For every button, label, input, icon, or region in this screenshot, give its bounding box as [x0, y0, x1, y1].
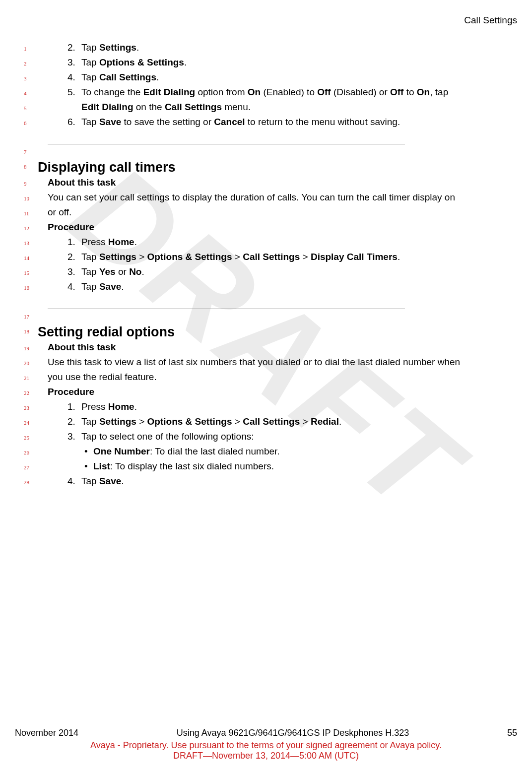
bullet-text: List: To display the last six dialed num…	[93, 459, 517, 473]
line-number: 21	[24, 370, 38, 385]
procedure-step: 4.Tap Save.	[38, 280, 517, 294]
line-row: 20Use this task to view a list of last s…	[24, 355, 517, 370]
line-number: 15	[24, 265, 38, 280]
line-number: 27	[24, 459, 38, 474]
subsection-heading: About this task	[38, 176, 517, 190]
procedure-step: 3.Tap Options & Settings.	[38, 56, 517, 69]
line-number: 28	[24, 474, 38, 489]
line-row: 153.Tap Yes or No.	[24, 265, 517, 280]
step-number: 6.	[67, 115, 81, 129]
line-number: 11	[24, 205, 38, 220]
step-text: Tap to select one of the following optio…	[81, 430, 517, 444]
line-row: 242.Tap Settings > Options & Settings > …	[24, 415, 517, 430]
line-row: 8Displaying call timers	[24, 159, 517, 176]
bullet-marker: •	[84, 459, 93, 473]
line-number: 7	[24, 144, 38, 159]
line-number: 23	[24, 400, 38, 415]
step-number: 3.	[67, 265, 81, 279]
step-text: Press Home.	[81, 235, 517, 249]
line-number: 20	[24, 355, 38, 370]
bullet-item: •One Number: To dial the last dialed num…	[38, 445, 517, 458]
step-text: Press Home.	[81, 400, 517, 414]
line-row: 7	[24, 144, 517, 159]
step-number: 2.	[67, 415, 81, 429]
line-number: 19	[24, 340, 38, 355]
line-row: 131.Press Home.	[24, 235, 517, 250]
line-row: 26•One Number: To dial the last dialed n…	[24, 445, 517, 459]
section-heading: Displaying call timers	[38, 159, 517, 176]
line-number: 26	[24, 445, 38, 459]
line-row: 19About this task	[24, 340, 517, 355]
procedure-step: 5.To change the Edit Dialing option from…	[38, 85, 517, 99]
procedure-step: 1.Press Home.	[38, 400, 517, 414]
line-row: 142.Tap Settings > Options & Settings > …	[24, 250, 517, 265]
page-footer: November 2014 Using Avaya 9621G/9641G/96…	[15, 728, 517, 761]
line-number: 9	[24, 176, 38, 191]
footer-title: Using Avaya 9621G/9641G/9641GS IP Deskph…	[177, 728, 409, 738]
line-row: 21you use the redial feature.	[24, 370, 517, 385]
step-text: Tap Call Settings.	[81, 70, 517, 84]
step-text: To change the Edit Dialing option from O…	[81, 85, 517, 99]
line-number: 14	[24, 250, 38, 265]
line-number: 8	[24, 159, 38, 174]
step-number: 1.	[67, 235, 81, 249]
paragraph-line: you use the redial feature.	[38, 370, 517, 384]
line-row: 253.Tap to select one of the following o…	[24, 430, 517, 445]
line-row: 9About this task	[24, 176, 517, 191]
bullet-marker: •	[84, 445, 93, 458]
line-row: 34.Tap Call Settings.	[24, 70, 517, 85]
paragraph-line: Use this task to view a list of last six…	[38, 355, 517, 369]
line-number: 6	[24, 115, 38, 130]
document-page: DRAFT Call Settings 12.Tap Settings.23.T…	[0, 0, 532, 772]
bullet-text: One Number: To dial the last dialed numb…	[93, 445, 517, 458]
line-number: 5	[24, 100, 38, 115]
line-number: 16	[24, 280, 38, 295]
procedure-step: 6.Tap Save to save the setting or Cancel…	[38, 115, 517, 129]
procedure-step: 1.Press Home.	[38, 235, 517, 249]
line-number: 10	[24, 191, 38, 205]
subsection-heading: Procedure	[38, 220, 517, 234]
line-row: 45.To change the Edit Dialing option fro…	[24, 85, 517, 100]
procedure-step: 3.Tap Yes or No.	[38, 265, 517, 279]
step-number: 4.	[67, 474, 81, 488]
footer-proprietary: Avaya - Proprietary. Use pursuant to the…	[15, 740, 517, 751]
footer-date: November 2014	[15, 728, 78, 738]
procedure-step: 4.Tap Call Settings.	[38, 70, 517, 84]
procedure-step: 2.Tap Settings.	[38, 41, 517, 55]
step-text: Tap Options & Settings.	[81, 56, 517, 69]
line-row: 12Procedure	[24, 220, 517, 235]
line-number: 25	[24, 430, 38, 445]
bullet-item: •List: To display the last six dialed nu…	[38, 459, 517, 473]
procedure-step: 2.Tap Settings > Options & Settings > Ca…	[38, 415, 517, 429]
line-row: 17	[24, 309, 517, 323]
line-row: 231.Press Home.	[24, 400, 517, 415]
line-row: 23.Tap Options & Settings.	[24, 56, 517, 70]
page-header: Call Settings	[15, 15, 517, 26]
line-row: 27•List: To display the last six dialed …	[24, 459, 517, 474]
procedure-step: 4.Tap Save.	[38, 474, 517, 488]
line-row: 18Setting redial options	[24, 323, 517, 340]
section-separator	[48, 144, 405, 144]
line-number: 13	[24, 235, 38, 250]
step-text: Tap Save to save the setting or Cancel t…	[81, 115, 517, 129]
step-text: Tap Settings.	[81, 41, 517, 55]
footer-page: 55	[507, 728, 517, 738]
line-row: 66.Tap Save to save the setting or Cance…	[24, 115, 517, 130]
paragraph-line: or off.	[38, 205, 517, 219]
line-number: 4	[24, 85, 38, 100]
line-row: 164.Tap Save.	[24, 280, 517, 295]
line-number: 12	[24, 220, 38, 235]
procedure-step-cont: Edit Dialing on the Call Settings menu.	[38, 100, 517, 114]
line-row: 22Procedure	[24, 385, 517, 400]
line-row: 5Edit Dialing on the Call Settings menu.	[24, 100, 517, 115]
step-number: 4.	[67, 280, 81, 294]
step-text: Tap Yes or No.	[81, 265, 517, 279]
step-number: 2.	[67, 250, 81, 264]
line-number: 18	[24, 323, 38, 338]
step-text: Tap Settings > Options & Settings > Call…	[81, 415, 517, 429]
line-row: 11or off.	[24, 205, 517, 220]
step-text: Tap Save.	[81, 474, 517, 488]
section-separator	[48, 309, 405, 309]
step-number: 4.	[67, 70, 81, 84]
step-number: 5.	[67, 85, 81, 99]
